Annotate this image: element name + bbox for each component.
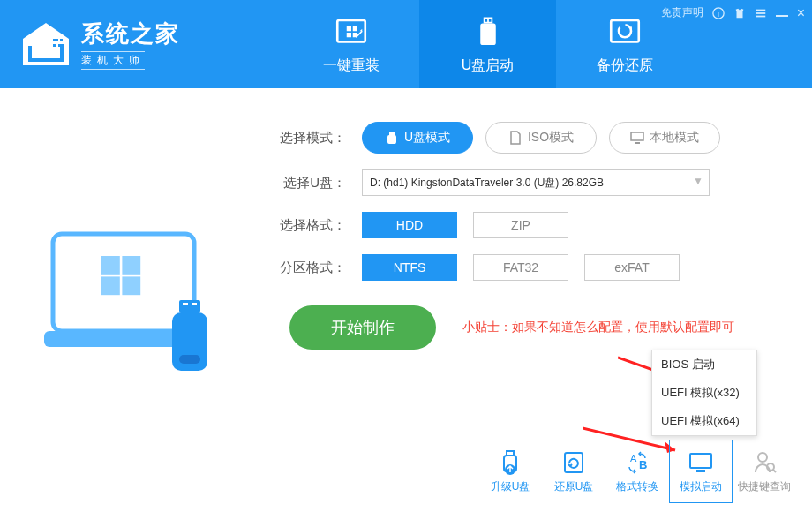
- nav-label: 备份还原: [597, 56, 653, 75]
- disclaimer-link[interactable]: 免责声明: [661, 5, 703, 20]
- logo-subtitle: 装机大师: [81, 51, 145, 70]
- svg-rect-7: [488, 19, 491, 22]
- convert-icon: AB: [624, 449, 650, 476]
- main-panel: 选择模式： U盘模式 ISO模式 本地模式 选择U盘： D: (hd1): [274, 88, 812, 512]
- svg-text:i: i: [718, 9, 719, 18]
- svg-rect-8: [480, 23, 496, 45]
- usb-icon: [470, 14, 507, 51]
- laptop-usb-illustration: [35, 207, 238, 393]
- person-search-icon: [751, 449, 778, 476]
- svg-text:A: A: [630, 453, 637, 463]
- tool-label: 快捷键查询: [738, 479, 791, 494]
- popup-item-uefi64[interactable]: UEFI 模拟(x64): [652, 407, 756, 435]
- pill-label: ISO模式: [528, 130, 574, 146]
- tool-simulate-boot[interactable]: 模拟启动: [669, 440, 733, 503]
- svg-rect-15: [756, 15, 765, 17]
- mode-local-pill[interactable]: 本地模式: [609, 122, 720, 154]
- tool-upgrade-usb[interactable]: 升级U盘: [478, 440, 542, 503]
- svg-rect-29: [631, 132, 643, 140]
- part-fat32[interactable]: FAT32: [473, 254, 568, 281]
- logo: 系统之家 装机大师: [18, 19, 180, 70]
- format-label: 选择格式：: [274, 217, 346, 234]
- dropdown-caret-icon: ▼: [693, 175, 703, 187]
- part-exfat[interactable]: exFAT: [584, 254, 680, 281]
- svg-point-43: [758, 453, 767, 462]
- svg-rect-27: [389, 132, 395, 135]
- shirt-icon[interactable]: [733, 7, 746, 19]
- tool-label: 格式转换: [616, 479, 658, 494]
- tool-label: 模拟启动: [680, 479, 722, 494]
- svg-rect-13: [756, 9, 765, 11]
- backup-icon: [606, 14, 643, 51]
- start-row: 开始制作 小贴士：如果不知道怎么配置，使用默认配置即可: [274, 305, 812, 350]
- start-create-button[interactable]: 开始制作: [289, 305, 436, 350]
- svg-rect-20: [102, 276, 120, 295]
- svg-rect-5: [483, 17, 492, 23]
- svg-rect-14: [756, 12, 765, 14]
- svg-point-10: [619, 25, 631, 37]
- svg-rect-9: [611, 20, 639, 42]
- nav-usb-boot[interactable]: U盘启动: [419, 0, 556, 88]
- svg-rect-41: [690, 454, 711, 468]
- tool-label: 还原U盘: [554, 479, 594, 494]
- partition-label: 分区格式：: [274, 260, 346, 276]
- part-ntfs[interactable]: NTFS: [362, 254, 457, 281]
- nav-label: 一键重装: [323, 56, 380, 75]
- svg-rect-6: [485, 19, 487, 22]
- tool-label: 升级U盘: [491, 479, 530, 494]
- svg-rect-28: [387, 135, 396, 144]
- top-nav: 一键重装 U盘启动 备份还原: [282, 0, 693, 88]
- nav-label: U盘启动: [462, 56, 515, 75]
- usb-select-row: 选择U盘： D: (hd1) KingstonDataTraveler 3.0 …: [274, 169, 812, 196]
- illustration: [0, 88, 274, 512]
- logo-title: 系统之家: [81, 19, 180, 49]
- svg-rect-1: [60, 39, 63, 41]
- svg-rect-30: [635, 142, 640, 144]
- bottom-toolbar: 升级U盘 还原U盘 AB 格式转换 模拟启动 快捷键查询: [478, 440, 796, 503]
- usb-select[interactable]: D: (hd1) KingstonDataTraveler 3.0 (U盘) 2…: [362, 169, 710, 196]
- mode-iso-pill[interactable]: ISO模式: [485, 122, 597, 154]
- svg-rect-19: [122, 256, 140, 275]
- usb-label: 选择U盘：: [274, 175, 346, 192]
- mode-usb-pill[interactable]: U盘模式: [362, 122, 473, 154]
- popup-item-uefi32[interactable]: UEFI 模拟(x32): [652, 379, 756, 407]
- tool-restore-usb[interactable]: 还原U盘: [542, 440, 605, 503]
- mode-row: 选择模式： U盘模式 ISO模式 本地模式: [274, 122, 812, 154]
- svg-rect-0: [53, 39, 58, 41]
- svg-rect-38: [565, 453, 583, 472]
- reinstall-icon: [333, 14, 370, 51]
- close-button[interactable]: ×: [797, 8, 805, 19]
- svg-rect-2: [53, 44, 56, 47]
- partition-row: 分区格式： NTFS FAT32 exFAT: [274, 254, 812, 281]
- monitor-icon: [630, 131, 644, 145]
- menu-icon[interactable]: [755, 7, 767, 19]
- svg-rect-18: [102, 256, 120, 275]
- boot-mode-popup: BIOS 启动 UEFI 模拟(x32) UEFI 模拟(x64): [651, 350, 757, 436]
- app-header: 系统之家 装机大师 一键重装 U盘启动 备份还原 免责声明 i ×: [0, 0, 812, 88]
- svg-rect-26: [179, 355, 200, 364]
- svg-line-45: [773, 470, 776, 472]
- info-icon[interactable]: i: [712, 7, 725, 19]
- file-icon: [508, 131, 523, 145]
- tool-format-convert[interactable]: AB 格式转换: [605, 440, 669, 503]
- nav-reinstall[interactable]: 一键重装: [282, 0, 419, 88]
- fmt-hdd[interactable]: HDD: [362, 212, 457, 238]
- svg-rect-21: [122, 276, 140, 295]
- usb-small-icon: [385, 131, 399, 145]
- tool-hotkey-query[interactable]: 快捷键查询: [733, 440, 796, 503]
- pill-label: U盘模式: [404, 130, 450, 146]
- popup-item-bios[interactable]: BIOS 启动: [652, 350, 756, 379]
- fmt-zip[interactable]: ZIP: [473, 212, 568, 238]
- mode-label: 选择模式：: [274, 130, 346, 147]
- svg-rect-22: [179, 300, 200, 312]
- restore-icon: [560, 449, 587, 476]
- svg-rect-3: [58, 44, 64, 47]
- svg-rect-24: [192, 303, 197, 305]
- svg-rect-42: [696, 470, 705, 472]
- content-area: 选择模式： U盘模式 ISO模式 本地模式 选择U盘： D: (hd1): [0, 88, 812, 512]
- svg-text:B: B: [639, 458, 647, 471]
- usb-up-icon: [497, 449, 523, 476]
- usb-select-value: D: (hd1) KingstonDataTraveler 3.0 (U盘) 2…: [370, 176, 604, 191]
- minimize-button[interactable]: [776, 15, 788, 17]
- window-controls: 免责声明 i ×: [661, 5, 805, 20]
